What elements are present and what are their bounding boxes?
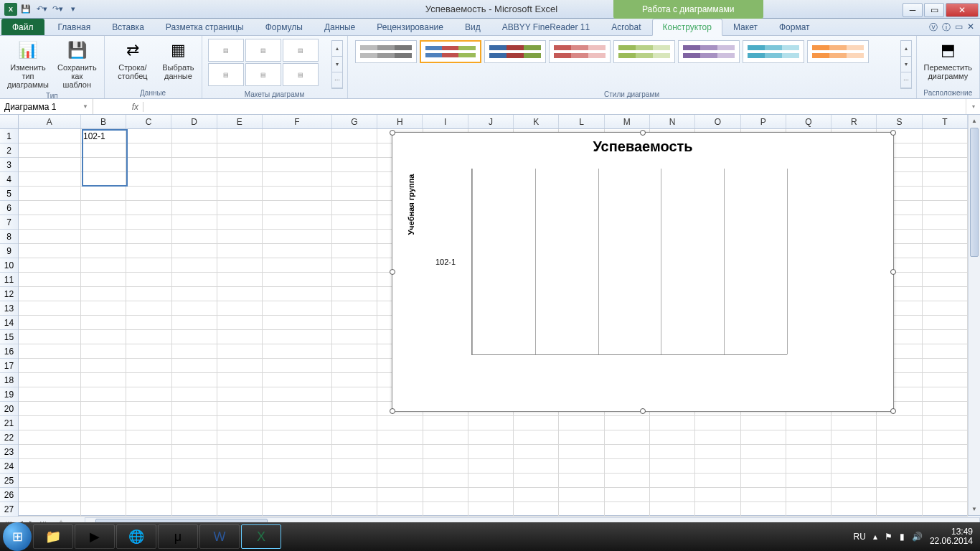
cell[interactable]: [19, 258, 81, 273]
save-as-template-button[interactable]: 💾 Сохранить как шаблон: [55, 37, 100, 90]
cell[interactable]: [423, 416, 468, 430]
cell[interactable]: [650, 416, 695, 430]
cell[interactable]: [172, 416, 217, 430]
cell[interactable]: [263, 273, 332, 287]
layout-swatch[interactable]: ▤: [208, 39, 244, 62]
cell[interactable]: [423, 474, 468, 488]
cell[interactable]: [81, 230, 126, 244]
row-header[interactable]: 11: [0, 273, 18, 287]
cell[interactable]: [877, 416, 922, 430]
cell[interactable]: [923, 215, 968, 230]
cell[interactable]: [172, 316, 217, 330]
cell[interactable]: [332, 344, 377, 359]
cell[interactable]: [217, 158, 263, 172]
select-all-corner[interactable]: [0, 115, 19, 128]
row-header[interactable]: 9: [0, 244, 18, 258]
cell[interactable]: [217, 201, 263, 215]
column-header[interactable]: J: [468, 115, 514, 128]
row-header[interactable]: 6: [0, 201, 18, 215]
cell[interactable]: [923, 502, 968, 517]
cell[interactable]: [786, 445, 831, 459]
cell[interactable]: [19, 273, 81, 287]
cell[interactable]: [650, 502, 695, 517]
cell[interactable]: [263, 244, 332, 258]
cell[interactable]: [19, 402, 81, 416]
cell[interactable]: [172, 158, 217, 172]
doc-close-icon[interactable]: ✕: [967, 22, 974, 34]
cell[interactable]: [126, 301, 171, 316]
cell[interactable]: [126, 330, 171, 344]
column-header[interactable]: L: [559, 115, 604, 128]
chart-y-axis-label[interactable]: Учебная группа: [407, 161, 415, 248]
cell[interactable]: [741, 445, 786, 459]
cell[interactable]: [81, 488, 126, 502]
cell[interactable]: [423, 445, 468, 459]
cell[interactable]: [126, 230, 171, 244]
cell[interactable]: [741, 459, 786, 474]
cell[interactable]: [263, 187, 332, 201]
cell[interactable]: [19, 287, 81, 301]
column-header[interactable]: K: [514, 115, 559, 128]
row-header[interactable]: 2: [0, 143, 18, 158]
cell[interactable]: [332, 316, 377, 330]
cell[interactable]: [650, 488, 695, 502]
column-header[interactable]: R: [831, 115, 877, 128]
cell[interactable]: [126, 201, 171, 215]
cell[interactable]: [332, 459, 377, 474]
cell[interactable]: [877, 502, 922, 517]
cell[interactable]: [263, 172, 332, 187]
cell[interactable]: [217, 258, 263, 273]
column-header[interactable]: T: [923, 115, 968, 128]
cell[interactable]: [831, 430, 877, 445]
cell[interactable]: [172, 230, 217, 244]
cell[interactable]: [332, 129, 377, 143]
column-header[interactable]: D: [171, 115, 217, 128]
cell[interactable]: [559, 502, 604, 517]
cell[interactable]: [217, 215, 263, 230]
task-chrome[interactable]: 🌐: [116, 524, 156, 549]
cell[interactable]: [19, 430, 81, 445]
cell[interactable]: [923, 402, 968, 416]
cell[interactable]: [263, 143, 332, 158]
help-icon[interactable]: ⓘ: [942, 22, 951, 34]
cell[interactable]: [923, 287, 968, 301]
cell[interactable]: [126, 359, 171, 373]
cell[interactable]: [126, 316, 171, 330]
tab-макет[interactable]: Макет: [722, 19, 768, 35]
cell[interactable]: [263, 129, 332, 143]
cell[interactable]: [19, 416, 81, 430]
style-swatch[interactable]: [807, 40, 869, 63]
row-header[interactable]: 4: [0, 172, 18, 187]
cell[interactable]: [217, 187, 263, 201]
cell[interactable]: [172, 430, 217, 445]
cell[interactable]: [126, 445, 171, 459]
maximize-button[interactable]: ▭: [924, 3, 944, 17]
cell[interactable]: [423, 459, 468, 474]
cell[interactable]: [786, 430, 831, 445]
cell[interactable]: [332, 330, 377, 344]
embedded-chart[interactable]: Успеваемость Учебная группа 102-1: [392, 132, 894, 412]
cell[interactable]: [741, 474, 786, 488]
cell[interactable]: [263, 158, 332, 172]
change-chart-type-button[interactable]: 📊 Изменить тип диаграммы: [4, 37, 52, 90]
row-header[interactable]: 26: [0, 488, 18, 502]
style-swatch[interactable]: [484, 40, 546, 63]
cell[interactable]: [19, 474, 81, 488]
style-swatch[interactable]: [613, 40, 675, 63]
cell[interactable]: [81, 359, 126, 373]
cell[interactable]: [514, 430, 559, 445]
row-header[interactable]: 16: [0, 344, 18, 359]
cell[interactable]: [217, 301, 263, 316]
style-swatch[interactable]: [355, 40, 417, 63]
tab-file[interactable]: Файл: [1, 19, 44, 35]
tab-вставка[interactable]: Вставка: [101, 19, 155, 35]
cell[interactable]: [332, 301, 377, 316]
cell[interactable]: [263, 430, 332, 445]
tab-acrobat[interactable]: Acrobat: [600, 19, 651, 35]
cell[interactable]: [263, 301, 332, 316]
cell[interactable]: [19, 215, 81, 230]
cell[interactable]: [377, 474, 423, 488]
cell[interactable]: [19, 244, 81, 258]
cell[interactable]: [19, 187, 81, 201]
cell[interactable]: [217, 387, 263, 402]
